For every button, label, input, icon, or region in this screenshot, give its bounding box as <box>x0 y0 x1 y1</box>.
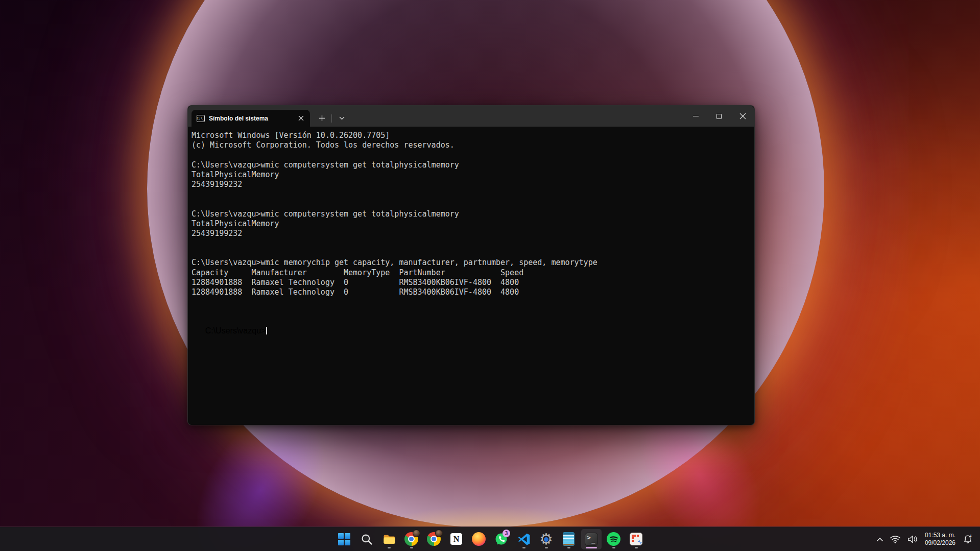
close-button[interactable] <box>731 106 754 127</box>
terminal-prompt-row: C:\Users\vazqu> <box>192 317 267 327</box>
spotify-icon <box>607 532 620 546</box>
terminal-line: 25439199232 <box>192 180 750 189</box>
notification-center-button[interactable]: z <box>960 529 976 549</box>
chrome-profile-2-button[interactable] <box>424 529 444 549</box>
terminal-line <box>192 297 750 307</box>
system-tray: 01:53 a. m. 09/02/2026 z <box>874 527 976 551</box>
chrome-profile-1-button[interactable] <box>401 529 422 549</box>
running-indicator <box>567 547 570 548</box>
clock-time: 01:53 a. m. <box>925 532 955 539</box>
maximize-button[interactable] <box>707 106 731 127</box>
gear-center-dot <box>544 537 548 542</box>
running-indicator <box>635 547 638 548</box>
start-button[interactable] <box>334 529 354 549</box>
notion-button[interactable]: N <box>446 529 467 549</box>
running-indicator <box>545 547 548 548</box>
notepad-icon <box>563 532 575 546</box>
notion-icon: N <box>450 533 463 545</box>
volume-button[interactable] <box>904 529 921 549</box>
firefox-icon <box>472 532 486 546</box>
taskbar-clock[interactable]: 01:53 a. m. 09/02/2026 <box>922 532 959 547</box>
clock-date: 09/02/2026 <box>925 539 955 547</box>
plus-icon <box>319 115 325 122</box>
scissors-icon: ✂ <box>635 537 642 545</box>
terminal-window: C:\_ Símbolo del sistema <box>187 105 755 425</box>
terminal-line: Capacity Manufacturer MemoryType PartNum… <box>192 268 750 278</box>
search-button[interactable] <box>356 529 377 549</box>
terminal-line: C:\Users\vazqu>wmic computersystem get t… <box>192 160 750 170</box>
cmd-icon: C:\_ <box>197 115 205 122</box>
chevron-down-icon <box>339 116 345 120</box>
running-indicator <box>612 547 615 548</box>
minimize-icon <box>693 116 699 117</box>
wifi-icon <box>890 535 901 544</box>
terminal-icon-underscore: _ <box>591 536 595 543</box>
terminal-line <box>192 189 750 199</box>
terminal-line: Microsoft Windows [Versión 10.0.26200.77… <box>192 131 750 140</box>
spotify-button[interactable] <box>604 529 624 549</box>
tabbar-divider <box>331 114 332 123</box>
snipping-tool-button[interactable]: ✂ <box>626 529 647 549</box>
terminal-line: C:\Users\vazqu>wmic computersystem get t… <box>192 209 750 219</box>
desktop: C:\_ Símbolo del sistema <box>0 0 980 551</box>
windows-terminal-button[interactable]: > _ <box>581 529 602 549</box>
terminal-cursor <box>266 327 267 334</box>
chrome-profile-avatar <box>435 530 443 537</box>
terminal-line: 12884901888 Ramaxel Technology 0 RMSB340… <box>192 278 750 288</box>
running-indicator <box>388 547 391 548</box>
terminal-line: TotalPhysicalMemory <box>192 170 750 180</box>
bell-dnd-icon: z <box>962 534 973 545</box>
settings-button[interactable]: ⚙ <box>536 529 557 549</box>
close-icon <box>298 115 304 121</box>
tab-title: Símbolo del sistema <box>209 115 292 122</box>
svg-text:z: z <box>970 534 971 537</box>
terminal-line <box>192 248 750 258</box>
maximize-icon <box>716 114 722 119</box>
whatsapp-notification-badge: 3 <box>503 530 510 537</box>
terminal-screen[interactable]: Microsoft Windows [Versión 10.0.26200.77… <box>188 127 754 425</box>
terminal-line: C:\Users\vazqu>wmic memorychip get capac… <box>192 258 750 268</box>
terminal-line: 25439199232 <box>192 229 750 238</box>
tab-simbolo-del-sistema[interactable]: C:\_ Símbolo del sistema <box>192 110 310 127</box>
new-tab-button[interactable] <box>315 112 328 125</box>
titlebar[interactable]: C:\_ Símbolo del sistema <box>188 106 754 127</box>
search-icon <box>360 533 373 546</box>
terminal-prompt: C:\Users\vazqu> <box>205 326 266 335</box>
terminal-line <box>192 150 750 160</box>
tray-overflow-button[interactable] <box>874 529 886 549</box>
terminal-icon-prompt: > <box>587 534 591 541</box>
speaker-icon <box>907 535 918 544</box>
tab-close-button[interactable] <box>296 113 306 124</box>
active-app-indicator <box>586 547 597 548</box>
minimize-button[interactable] <box>684 106 707 127</box>
taskbar: N 3 <box>0 526 980 551</box>
network-button[interactable] <box>887 529 903 549</box>
chevron-up-icon <box>876 537 883 542</box>
notepad-button[interactable] <box>559 529 579 549</box>
folder-icon <box>382 532 396 546</box>
windows-logo-icon <box>338 533 350 545</box>
vscode-icon <box>517 533 531 546</box>
close-icon <box>739 113 746 119</box>
firefox-button[interactable] <box>469 529 489 549</box>
running-indicator <box>410 547 413 548</box>
terminal-line <box>192 238 750 248</box>
spotify-waves-icon <box>607 532 620 546</box>
terminal-icon: > _ <box>585 533 598 546</box>
terminal-line <box>192 307 750 317</box>
tab-dropdown-button[interactable] <box>335 112 348 125</box>
taskbar-pinned-apps: N 3 <box>333 529 648 549</box>
terminal-line <box>192 199 750 209</box>
file-explorer-button[interactable] <box>379 529 399 549</box>
terminal-line: 12884901888 Ramaxel Technology 0 RMSB340… <box>192 288 750 297</box>
vscode-button[interactable] <box>514 529 534 549</box>
snipping-tool-icon: ✂ <box>630 533 642 545</box>
running-indicator <box>522 547 525 548</box>
terminal-line: TotalPhysicalMemory <box>192 219 750 229</box>
terminal-line: (c) Microsoft Corporation. Todos los der… <box>192 140 750 150</box>
whatsapp-button[interactable]: 3 <box>491 529 512 549</box>
chrome-profile-avatar <box>413 530 420 537</box>
